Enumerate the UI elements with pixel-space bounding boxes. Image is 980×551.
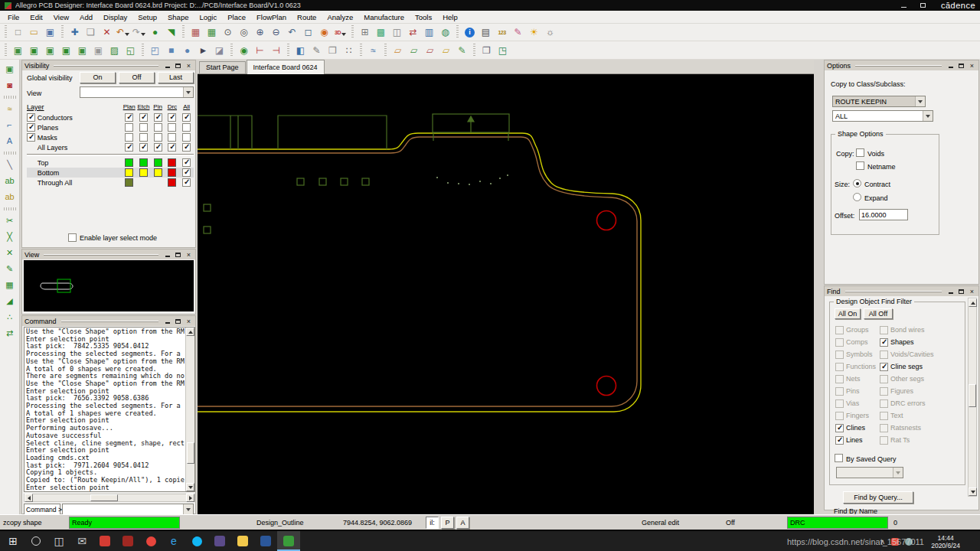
panel-splitter[interactable] — [814, 60, 823, 514]
setup-board-outline-icon[interactable]: ▣ — [11, 43, 25, 57]
find-checkbox[interactable] — [835, 363, 844, 371]
scroll-right-icon[interactable] — [186, 494, 194, 502]
pick-button[interactable]: P — [441, 517, 454, 529]
enable-layer-select-checkbox[interactable] — [68, 233, 77, 242]
taskbar-icon-app-red[interactable] — [116, 531, 139, 551]
menu-analyze[interactable]: Analyze — [322, 12, 358, 22]
cut-cline-icon[interactable]: ✂ — [2, 214, 18, 228]
open-design-icon[interactable]: ▭ — [27, 25, 41, 40]
layer-color-swatch[interactable] — [125, 178, 133, 187]
paste-special-icon[interactable]: ❐ — [325, 43, 340, 57]
chevron-down-icon[interactable] — [183, 87, 193, 97]
layer-checkbox[interactable] — [154, 143, 162, 152]
zoom-grid-icon[interactable]: ▦ — [204, 25, 219, 40]
panel-minimize-icon[interactable] — [163, 318, 172, 325]
menu-edit[interactable]: Edit — [24, 12, 47, 22]
layer-color-swatch[interactable] — [139, 158, 148, 167]
tray-expand-icon[interactable]: ∧ — [880, 538, 885, 546]
layer-checkbox[interactable] — [168, 143, 176, 152]
subclass-select[interactable]: ALL — [832, 110, 933, 122]
clear-highlight-icon[interactable]: ✎ — [511, 25, 525, 40]
panel-minimize-icon[interactable] — [163, 62, 172, 70]
find-checkbox[interactable] — [880, 363, 888, 371]
setup-route-keepout-icon[interactable]: ▣ — [59, 43, 74, 57]
layer-checkbox[interactable] — [168, 133, 176, 142]
segment-slide-icon[interactable]: ◢ — [2, 294, 18, 308]
menu-manufacture[interactable]: Manufacture — [358, 12, 410, 22]
shadow-on-icon[interactable]: ☀ — [527, 25, 541, 40]
panel-float-icon[interactable] — [957, 288, 965, 295]
find-checkbox[interactable] — [835, 326, 844, 334]
layer-checkbox[interactable] — [139, 113, 148, 122]
layer-checkbox[interactable] — [168, 113, 176, 122]
panel-float-icon[interactable] — [174, 62, 182, 70]
scroll-down-icon[interactable] — [969, 487, 977, 496]
menu-file[interactable]: File — [2, 12, 24, 22]
global-on-button[interactable]: On — [80, 72, 116, 83]
shape-void-element-icon[interactable]: ◪ — [212, 43, 227, 57]
layer-checkbox[interactable] — [125, 113, 133, 122]
find-checkbox[interactable] — [880, 424, 888, 432]
all-off-button[interactable]: All Off — [864, 308, 893, 319]
measure-icon[interactable]: 123 — [495, 25, 509, 40]
taskbar-clock[interactable]: 14:44 2020/6/24 — [931, 534, 960, 549]
edit-text-icon[interactable]: ab — [2, 190, 18, 204]
fix-icon[interactable]: ● — [148, 25, 162, 40]
edit-vertex-icon[interactable]: ✎ — [2, 262, 18, 276]
find-checkbox[interactable] — [835, 338, 844, 347]
dropdown-arrow-icon[interactable] — [141, 33, 145, 38]
application-button[interactable]: A — [456, 517, 469, 529]
dropdown-arrow-icon[interactable] — [341, 33, 346, 38]
panel-grip[interactable] — [845, 291, 942, 292]
label-soldermask-icon[interactable]: ▱ — [423, 43, 437, 57]
taskbar-icon-task-view[interactable]: ◫ — [47, 531, 70, 551]
layer-column-pin[interactable]: Pin — [151, 103, 165, 111]
setup-package-keepin-icon[interactable]: ▣ — [43, 43, 57, 57]
taskbar-icon-edge[interactable]: e — [162, 531, 185, 551]
layer-color-swatch[interactable] — [168, 168, 176, 177]
menu-logic[interactable]: Logic — [194, 12, 222, 22]
panel-float-icon[interactable] — [174, 251, 182, 259]
chevron-down-icon[interactable] — [893, 468, 903, 478]
taskbar-icon-mail[interactable]: ✉ — [70, 531, 93, 551]
setup-via-keepout-icon[interactable]: ▣ — [91, 43, 106, 57]
find-checkbox[interactable] — [835, 436, 844, 445]
place-manual-icon[interactable]: ◉ — [237, 43, 251, 57]
zoom-in-icon[interactable]: ⊕ — [253, 25, 267, 40]
panel-close-icon[interactable]: × — [185, 318, 193, 325]
layer-color-swatch[interactable] — [154, 158, 162, 167]
layer-visibility-checkbox[interactable] — [27, 113, 35, 122]
taskbar-icon-allegro[interactable] — [277, 531, 300, 551]
zoom-world-icon[interactable]: ◻ — [301, 25, 315, 40]
setup-route-keepin-icon[interactable]: ▣ — [27, 43, 41, 57]
find-checkbox[interactable] — [880, 338, 888, 347]
offset-input[interactable] — [859, 209, 908, 220]
panel-close-icon[interactable]: × — [968, 288, 976, 295]
delete-segment-icon[interactable]: ✕ — [2, 246, 18, 260]
find-checkbox[interactable] — [880, 326, 888, 334]
layer-checkbox[interactable] — [182, 123, 191, 132]
menu-help[interactable]: Help — [437, 12, 463, 22]
add-text-icon[interactable]: ab — [2, 174, 18, 188]
waive-drc-icon[interactable]: ◉ — [317, 25, 332, 40]
panel-minimize-icon[interactable] — [946, 288, 955, 295]
panel-close-icon[interactable]: × — [185, 62, 193, 70]
copy-clipboard-icon[interactable]: ❐ — [479, 43, 494, 57]
taskbar-icon-netease-music[interactable] — [93, 531, 116, 551]
taskbar-icon-file-explorer[interactable] — [231, 531, 254, 551]
layer-color-swatch[interactable] — [168, 178, 176, 187]
tray-csdn-icon[interactable] — [891, 538, 899, 546]
by-saved-query-checkbox[interactable] — [835, 454, 843, 462]
saved-query-select[interactable] — [836, 467, 903, 478]
find-checkbox[interactable] — [835, 399, 844, 408]
global-last-button[interactable]: Last — [158, 72, 194, 83]
find-vertical-scrollbar[interactable] — [968, 298, 977, 497]
spacing-horizontal-icon[interactable]: ⊢ — [253, 43, 267, 57]
zoom-fit-icon[interactable]: ▦ — [188, 25, 203, 40]
contract-radio[interactable] — [853, 179, 861, 187]
taskbar-icon-start[interactable]: ⊞ — [2, 531, 24, 551]
restore-button[interactable] — [916, 2, 931, 10]
spacing-caps-icon[interactable]: ⊣ — [269, 43, 283, 57]
expand-radio[interactable] — [853, 193, 861, 201]
find-checkbox[interactable] — [880, 399, 888, 408]
